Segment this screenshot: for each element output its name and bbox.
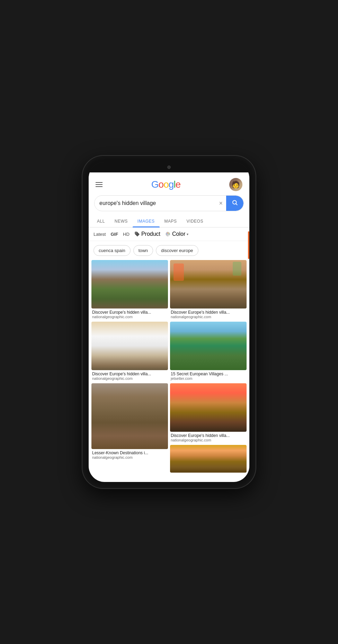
tab-news[interactable]: NEWS [110, 215, 133, 227]
image-source-5: nationalgeographic.com [92, 455, 167, 459]
image-mostar [170, 322, 247, 370]
dropdown-arrow-icon: ▾ [187, 232, 188, 236]
image-source-4: jetsetter.com [171, 376, 246, 381]
scrollbar-indicator [248, 231, 249, 259]
image-title-2: Discover Europe's hidden villa... [171, 310, 246, 315]
image-castle [91, 260, 168, 308]
image-source-1: nationalgeographic.com [92, 315, 167, 319]
caption-3: Discover Europe's hidden villa... nation… [91, 370, 168, 381]
logo-o1: o [159, 179, 164, 190]
tab-maps[interactable]: MAPS [160, 215, 182, 227]
image-village-street [170, 260, 247, 308]
google-logo: Google [151, 179, 180, 190]
chip-discover[interactable]: discover europe [156, 245, 198, 256]
svg-point-6 [168, 233, 169, 233]
chip-cuenca[interactable]: cuenca spain [94, 245, 131, 256]
search-tabs: ALL NEWS IMAGES MAPS VIDEOS [89, 215, 249, 227]
grid-item-6-7: Discover Europe's hidden villa... nation… [170, 383, 247, 473]
image-title-5: Lesser-Known Destinations i... [92, 450, 167, 455]
grid-item-2[interactable]: Discover Europe's hidden villa... nation… [170, 260, 247, 320]
grid-item-4[interactable]: 15 Secret European Villages ... jetsette… [170, 322, 247, 381]
tab-images[interactable]: IMAGES [133, 215, 160, 227]
avatar-image: 🧑 [229, 178, 242, 191]
image-row-3: Lesser-Known Destinations i... nationalg… [91, 383, 247, 473]
image-title-6: Discover Europe's hidden villa... [171, 433, 246, 438]
search-bar: × [94, 195, 244, 211]
image-row-2: Discover Europe's hidden villa... nation… [91, 322, 247, 381]
caption-1: Discover Europe's hidden villa... nation… [91, 308, 168, 320]
image-title-4: 15 Secret European Villages ... [171, 372, 246, 376]
search-bar-container: × [89, 194, 249, 215]
filter-color-label: Color [172, 231, 185, 237]
avatar[interactable]: 🧑 [229, 178, 242, 191]
image-grid: Discover Europe's hidden villa... nation… [89, 260, 249, 473]
search-clear-icon[interactable]: × [215, 200, 226, 207]
caption-2: Discover Europe's hidden villa... nation… [170, 308, 247, 320]
filter-gif[interactable]: GIF [110, 232, 118, 237]
svg-point-7 [169, 234, 170, 234]
camera [167, 166, 171, 169]
logo-g2: g [169, 179, 174, 190]
suggestion-chips: cuenca spain town discover europe [89, 241, 249, 260]
tab-videos[interactable]: VIDEOS [182, 215, 208, 227]
logo-g: G [151, 179, 159, 190]
image-yellow-village [170, 445, 247, 473]
caption-6: Discover Europe's hidden villa... nation… [170, 432, 247, 443]
tag-icon [134, 231, 140, 237]
image-sunset-ruins [170, 383, 247, 432]
svg-point-5 [167, 233, 168, 233]
header: Google 🧑 [89, 172, 249, 194]
caption-5: Lesser-Known Destinations i... nationalg… [91, 449, 168, 460]
phone-top-bar [89, 162, 249, 172]
logo-o2: o [163, 179, 169, 190]
image-source-6: nationalgeographic.com [171, 438, 246, 442]
image-title-3: Discover Europe's hidden villa... [92, 372, 167, 376]
caption-4: 15 Secret European Villages ... jetsette… [170, 370, 247, 381]
image-source-3: nationalgeographic.com [92, 376, 167, 381]
tab-all[interactable]: ALL [92, 215, 110, 227]
search-input[interactable] [95, 200, 215, 206]
phone-frame: Google 🧑 × [82, 156, 256, 488]
menu-icon[interactable] [96, 182, 103, 187]
search-icon [232, 199, 238, 207]
filter-latest[interactable]: Latest [94, 232, 106, 237]
svg-point-4 [166, 234, 167, 234]
filter-bar: Latest GIF HD Product [89, 227, 249, 241]
phone-inner: Google 🧑 × [89, 162, 249, 482]
grid-item-1[interactable]: Discover Europe's hidden villa... nation… [91, 260, 168, 320]
image-stone-alley [91, 383, 168, 449]
search-button[interactable] [226, 196, 243, 211]
image-white-village [91, 322, 168, 370]
image-row-1: Discover Europe's hidden villa... nation… [91, 260, 247, 320]
svg-line-1 [236, 204, 237, 205]
palette-icon [165, 231, 171, 237]
screen-content: Google 🧑 × [89, 172, 249, 482]
filter-hd[interactable]: HD [123, 232, 130, 237]
grid-item-6[interactable]: Discover Europe's hidden villa... nation… [170, 383, 247, 443]
filter-product-label: Product [141, 231, 160, 237]
filter-product[interactable]: Product [134, 231, 160, 237]
image-source-2: nationalgeographic.com [171, 315, 246, 319]
image-title-1: Discover Europe's hidden villa... [92, 310, 167, 315]
logo-e: e [176, 179, 181, 190]
svg-point-2 [136, 233, 136, 233]
grid-item-5[interactable]: Lesser-Known Destinations i... nationalg… [91, 383, 168, 460]
grid-item-7[interactable] [170, 445, 247, 473]
chip-town[interactable]: town [133, 245, 153, 256]
grid-item-3[interactable]: Discover Europe's hidden villa... nation… [91, 322, 168, 381]
filter-color[interactable]: Color ▾ [165, 231, 188, 237]
